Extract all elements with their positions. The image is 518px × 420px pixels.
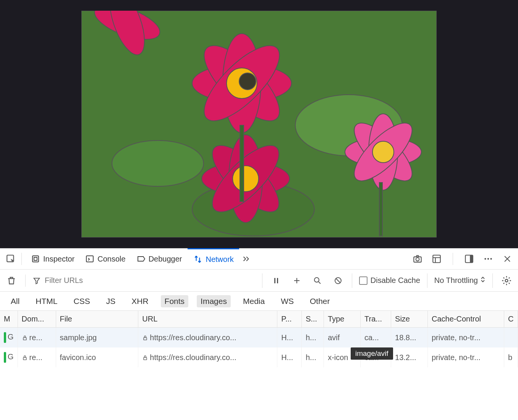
disable-cache-checkbox[interactable]: Disable Cache bbox=[359, 276, 420, 285]
col-cache-control[interactable]: Cache-Control bbox=[428, 311, 504, 328]
inspector-icon bbox=[31, 254, 40, 263]
col-scheme[interactable]: S... bbox=[302, 311, 324, 328]
network-requests-table: M Dom... File URL P... S... Type Tra... … bbox=[0, 311, 518, 367]
filter-media[interactable]: Media bbox=[239, 295, 269, 307]
cell-url: https://res.cloudinary.co... bbox=[150, 333, 236, 342]
svg-rect-44 bbox=[144, 358, 147, 360]
cell-file: sample.jpg bbox=[56, 328, 138, 348]
cell-transferred: ca... bbox=[361, 328, 391, 348]
col-size[interactable]: Size bbox=[391, 311, 428, 328]
tab-network[interactable]: Network bbox=[188, 248, 239, 270]
pause-recording-icon[interactable] bbox=[269, 274, 283, 288]
svg-point-38 bbox=[314, 278, 319, 282]
block-requests-icon[interactable] bbox=[331, 274, 345, 288]
select-arrows-icon bbox=[480, 276, 486, 285]
svg-point-19 bbox=[372, 141, 394, 163]
filter-css[interactable]: CSS bbox=[70, 295, 94, 307]
filter-all[interactable]: All bbox=[7, 295, 23, 307]
col-url[interactable]: URL bbox=[138, 311, 277, 328]
svg-rect-37 bbox=[277, 278, 278, 283]
tab-label: Network bbox=[206, 255, 234, 264]
col-protocol[interactable]: P... bbox=[277, 311, 302, 328]
svg-rect-25 bbox=[32, 256, 39, 262]
svg-point-29 bbox=[416, 258, 419, 261]
cell-protocol: H... bbox=[277, 347, 302, 367]
filter-other[interactable]: Other bbox=[306, 295, 334, 307]
svg-point-34 bbox=[487, 258, 489, 260]
cell-domain: re... bbox=[29, 353, 42, 362]
request-type-filters: All HTML CSS JS XHR Fonts Images Media W… bbox=[0, 292, 518, 311]
tab-console[interactable]: Console bbox=[80, 248, 131, 270]
cell-cookies: b bbox=[504, 347, 518, 367]
col-method[interactable]: M bbox=[0, 311, 18, 328]
filter-ws[interactable]: WS bbox=[277, 295, 298, 307]
filter-fonts[interactable]: Fonts bbox=[161, 295, 189, 307]
add-request-icon[interactable] bbox=[290, 274, 304, 288]
network-icon bbox=[193, 254, 203, 264]
throttling-label: No Throttling bbox=[434, 276, 478, 285]
cell-file: favicon.ico bbox=[56, 347, 138, 367]
dock-side-icon[interactable] bbox=[462, 252, 476, 266]
screenshot-icon[interactable] bbox=[411, 252, 424, 266]
status-indicator bbox=[4, 332, 6, 343]
filter-html[interactable]: HTML bbox=[32, 295, 61, 307]
filter-js[interactable]: JS bbox=[102, 295, 120, 307]
network-toolbar: Disable Cache No Throttling bbox=[0, 270, 518, 292]
more-tabs-icon[interactable] bbox=[239, 252, 253, 266]
svg-point-35 bbox=[490, 258, 492, 260]
tab-inspector[interactable]: Inspector bbox=[26, 248, 80, 270]
cell-scheme: h... bbox=[302, 328, 324, 348]
cell-url: https://res.cloudinary.co... bbox=[150, 353, 236, 362]
displayed-image bbox=[81, 11, 437, 237]
svg-rect-43 bbox=[23, 358, 26, 360]
table-row[interactable]: G re... sample.jpg https://res.cloudinar… bbox=[0, 328, 518, 348]
close-devtools-icon[interactable] bbox=[500, 252, 514, 266]
table-header: M Dom... File URL P... S... Type Tra... … bbox=[0, 311, 518, 328]
svg-point-33 bbox=[484, 258, 486, 260]
svg-rect-22 bbox=[240, 125, 244, 202]
checkbox-icon bbox=[359, 276, 367, 285]
col-type[interactable]: Type bbox=[324, 311, 361, 328]
element-picker-icon[interactable] bbox=[4, 252, 18, 266]
svg-rect-32 bbox=[470, 255, 473, 263]
col-domain[interactable]: Dom... bbox=[18, 311, 56, 328]
svg-rect-23 bbox=[379, 183, 382, 236]
cell-protocol: H... bbox=[277, 328, 302, 348]
throttling-select[interactable]: No Throttling bbox=[434, 276, 486, 285]
settings-gear-icon[interactable] bbox=[500, 274, 513, 288]
tab-debugger[interactable]: Debugger bbox=[131, 248, 188, 270]
lock-icon bbox=[22, 355, 28, 361]
svg-rect-41 bbox=[23, 338, 26, 340]
search-icon[interactable] bbox=[311, 274, 324, 288]
svg-rect-27 bbox=[86, 256, 93, 262]
svg-point-14 bbox=[233, 166, 259, 192]
svg-point-9 bbox=[239, 73, 256, 90]
clear-requests-icon[interactable] bbox=[5, 274, 18, 288]
svg-rect-26 bbox=[34, 257, 37, 260]
svg-rect-42 bbox=[144, 338, 147, 340]
svg-rect-36 bbox=[274, 278, 275, 283]
cell-size: 13.2... bbox=[391, 347, 428, 367]
col-cookies[interactable]: C bbox=[504, 311, 518, 328]
tab-label: Inspector bbox=[43, 255, 74, 263]
tab-label: Console bbox=[97, 255, 125, 263]
table-row[interactable]: G re... favicon.ico https://res.cloudina… bbox=[0, 347, 518, 367]
col-file[interactable]: File bbox=[56, 311, 138, 328]
filter-xhr[interactable]: XHR bbox=[128, 295, 152, 307]
cell-type: avif bbox=[324, 328, 361, 348]
filter-images[interactable]: Images bbox=[197, 295, 231, 307]
cell-cache-control: private, no-tr... bbox=[428, 347, 504, 367]
tab-label: Debugger bbox=[149, 255, 182, 263]
devtools-tab-bar: Inspector Console Debugger Network bbox=[0, 248, 518, 270]
disable-cache-label: Disable Cache bbox=[371, 276, 420, 285]
status-indicator bbox=[4, 352, 6, 363]
col-transferred[interactable]: Tra... bbox=[361, 311, 391, 328]
console-icon bbox=[85, 254, 94, 263]
more-options-icon[interactable] bbox=[481, 252, 495, 266]
funnel-icon bbox=[32, 276, 41, 285]
lock-icon bbox=[142, 355, 148, 361]
responsive-mode-icon[interactable] bbox=[430, 252, 444, 266]
filter-url-input[interactable] bbox=[45, 276, 167, 285]
cell-domain: re... bbox=[29, 333, 42, 342]
cell-scheme: h... bbox=[302, 347, 324, 367]
